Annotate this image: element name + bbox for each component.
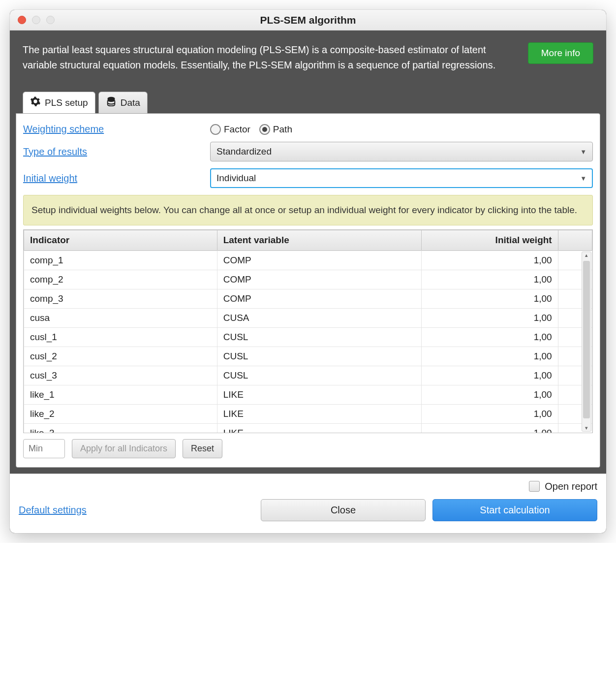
cell-indicator[interactable]: comp_2 <box>24 270 217 289</box>
tab-bar: PLS setup Data <box>23 92 593 113</box>
table-row[interactable]: cusaCUSA1,00 <box>24 308 592 327</box>
cell-weight[interactable]: 1,00 <box>422 289 558 308</box>
cell-weight[interactable]: 1,00 <box>422 404 558 423</box>
cell-latent[interactable]: CUSL <box>217 327 422 347</box>
dialog-window: PLS-SEM algorithm The partial least squa… <box>10 10 606 533</box>
scroll-up-icon[interactable]: ▴ <box>585 252 588 258</box>
cell-weight[interactable]: 1,00 <box>422 251 558 270</box>
weighting-scheme-radios: Factor Path <box>210 124 292 135</box>
minimize-window-icon[interactable] <box>32 16 40 24</box>
cell-latent[interactable]: COMP <box>217 289 422 308</box>
cell-latent[interactable]: LIKE <box>217 385 422 404</box>
weights-table: Indicator Latent variable Initial weight… <box>23 229 593 433</box>
cell-weight[interactable]: 1,00 <box>422 308 558 327</box>
upper-area: The partial least squares structural equ… <box>10 31 606 113</box>
radio-path-label: Path <box>273 124 292 135</box>
vertical-scrollbar[interactable]: ▴ ▾ <box>582 252 591 432</box>
footer: Open report Default settings Close Start… <box>10 474 606 533</box>
cell-latent[interactable]: LIKE <box>217 404 422 423</box>
cell-weight[interactable]: 1,00 <box>422 327 558 347</box>
table-row[interactable]: comp_1COMP1,00 <box>24 251 592 270</box>
tab-pls-setup[interactable]: PLS setup <box>23 92 95 113</box>
more-info-button[interactable]: More info <box>528 42 593 64</box>
cell-weight[interactable]: 1,00 <box>422 385 558 404</box>
hint-box: Setup individual weights below. You can … <box>23 195 593 225</box>
cell-latent[interactable]: COMP <box>217 270 422 289</box>
cell-indicator[interactable]: cusl_3 <box>24 366 217 385</box>
table-row[interactable]: like_1LIKE1,00 <box>24 385 592 404</box>
cell-latent[interactable]: LIKE <box>217 423 422 433</box>
table-row[interactable]: cusl_1CUSL1,00 <box>24 327 592 347</box>
scrollbar-thumb[interactable] <box>583 261 590 418</box>
initial-weight-select[interactable]: Individual ▼ <box>210 168 593 188</box>
cell-indicator[interactable]: cusl_2 <box>24 347 217 366</box>
close-window-icon[interactable] <box>18 16 26 24</box>
type-of-results-label[interactable]: Type of results <box>23 146 210 158</box>
table-row[interactable]: comp_2COMP1,00 <box>24 270 592 289</box>
zoom-window-icon[interactable] <box>46 16 55 24</box>
tab-data-label: Data <box>121 97 140 108</box>
radio-path[interactable]: Path <box>259 124 292 135</box>
cell-indicator[interactable]: cusl_1 <box>24 327 217 347</box>
cell-latent[interactable]: CUSA <box>217 308 422 327</box>
table-row[interactable]: comp_3COMP1,00 <box>24 289 592 308</box>
tab-data[interactable]: Data <box>98 92 148 113</box>
cell-latent[interactable]: COMP <box>217 251 422 270</box>
radio-icon <box>210 124 221 135</box>
cell-indicator[interactable]: comp_1 <box>24 251 217 270</box>
cell-weight[interactable]: 1,00 <box>422 423 558 433</box>
cell-indicator[interactable]: like_2 <box>24 404 217 423</box>
col-indicator[interactable]: Indicator <box>24 230 217 250</box>
table-body-scroll[interactable]: comp_1COMP1,00comp_2COMP1,00comp_3COMP1,… <box>24 251 592 433</box>
radio-icon <box>259 124 270 135</box>
table-row[interactable]: like_3LIKE1,00 <box>24 423 592 433</box>
col-weight[interactable]: Initial weight <box>422 230 558 250</box>
scroll-down-icon[interactable]: ▾ <box>585 425 588 431</box>
cell-indicator[interactable]: like_3 <box>24 423 217 433</box>
radio-factor-label: Factor <box>224 124 250 135</box>
table-row[interactable]: like_2LIKE1,00 <box>24 404 592 423</box>
window-title: PLS-SEM algorithm <box>10 14 606 26</box>
cell-latent[interactable]: CUSL <box>217 347 422 366</box>
database-icon <box>106 96 117 109</box>
cell-weight[interactable]: 1,00 <box>422 347 558 366</box>
default-settings-link[interactable]: Default settings <box>19 505 87 516</box>
gear-icon <box>30 96 41 109</box>
cell-indicator[interactable]: like_1 <box>24 385 217 404</box>
chevron-down-icon: ▼ <box>580 175 586 182</box>
open-report-label: Open report <box>545 481 597 492</box>
type-of-results-value: Standardized <box>216 146 272 157</box>
cell-weight[interactable]: 1,00 <box>422 366 558 385</box>
cell-indicator[interactable]: cusa <box>24 308 217 327</box>
open-report-checkbox[interactable] <box>529 481 540 492</box>
titlebar: PLS-SEM algorithm <box>10 10 606 31</box>
weighting-scheme-label[interactable]: Weighting scheme <box>23 124 210 135</box>
cell-indicator[interactable]: comp_3 <box>24 289 217 308</box>
reset-button[interactable]: Reset <box>183 439 222 458</box>
initial-weight-label[interactable]: Initial weight <box>23 173 210 184</box>
col-latent[interactable]: Latent variable <box>217 230 422 250</box>
apply-all-button[interactable]: Apply for all Indicators <box>72 439 176 458</box>
start-calculation-button[interactable]: Start calculation <box>432 499 597 521</box>
radio-factor[interactable]: Factor <box>210 124 250 135</box>
table-row[interactable]: cusl_3CUSL1,00 <box>24 366 592 385</box>
initial-weight-value: Individual <box>216 173 256 184</box>
cell-weight[interactable]: 1,00 <box>422 270 558 289</box>
intro-text: The partial least squares structural equ… <box>23 42 518 73</box>
close-button[interactable]: Close <box>261 499 426 521</box>
min-input[interactable] <box>23 439 65 458</box>
settings-panel: Weighting scheme Factor Path Type of res… <box>16 113 600 468</box>
tab-pls-setup-label: PLS setup <box>45 97 88 108</box>
table-row[interactable]: cusl_2CUSL1,00 <box>24 347 592 366</box>
col-spacer <box>558 230 592 250</box>
cell-latent[interactable]: CUSL <box>217 366 422 385</box>
type-of-results-select[interactable]: Standardized ▼ <box>210 142 593 161</box>
chevron-down-icon: ▼ <box>580 148 586 156</box>
window-controls <box>10 16 55 24</box>
